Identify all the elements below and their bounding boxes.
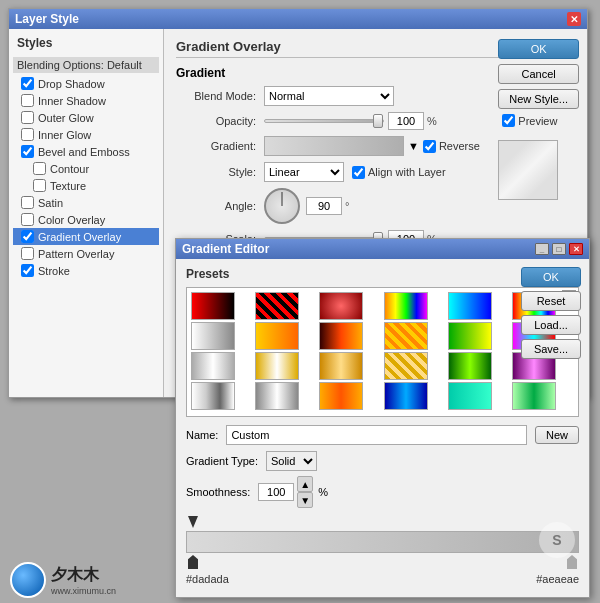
- preset-4[interactable]: [384, 292, 428, 320]
- contour-label: Contour: [50, 163, 89, 175]
- satin-checkbox[interactable]: [21, 196, 34, 209]
- color-stop-right[interactable]: [567, 555, 577, 569]
- gradient-editor-title: Gradient Editor: [182, 242, 269, 256]
- preset-19[interactable]: [191, 382, 235, 410]
- ge-save-btn[interactable]: Save...: [521, 339, 581, 359]
- color-hex-right: #aeaeae: [536, 573, 579, 585]
- preset-1[interactable]: [191, 292, 235, 320]
- color-overlay-checkbox[interactable]: [21, 213, 34, 226]
- angle-value-input[interactable]: [306, 197, 342, 215]
- preset-10[interactable]: [384, 322, 428, 350]
- style-select[interactable]: Linear Radial Angle: [264, 162, 344, 182]
- ge-ok-btn[interactable]: OK: [521, 267, 581, 287]
- logo-text-block: 夕木木 www.ximumu.cn: [51, 565, 116, 596]
- presets-grid: [191, 292, 574, 410]
- preset-16[interactable]: [384, 352, 428, 380]
- preset-23[interactable]: [448, 382, 492, 410]
- preview-label-container[interactable]: Preview: [502, 114, 579, 127]
- preset-7[interactable]: [191, 322, 235, 350]
- inner-shadow-checkbox[interactable]: [21, 94, 34, 107]
- sidebar-item-contour[interactable]: Contour: [13, 160, 159, 177]
- maximize-btn[interactable]: □: [552, 243, 566, 255]
- ok-button[interactable]: OK: [498, 39, 579, 59]
- new-gradient-btn[interactable]: New: [535, 426, 579, 444]
- preset-14[interactable]: [255, 352, 299, 380]
- minimize-btn[interactable]: _: [535, 243, 549, 255]
- contour-checkbox[interactable]: [33, 162, 46, 175]
- gradient-editor-titlebar: Gradient Editor _ □ ✕: [176, 239, 589, 259]
- sidebar-item-color-overlay[interactable]: Color Overlay: [13, 211, 159, 228]
- gradient-arrow[interactable]: ▼: [408, 140, 419, 152]
- watermark-url: www.ximumu.cn: [51, 586, 116, 596]
- drop-shadow-checkbox[interactable]: [21, 77, 34, 90]
- color-stop-top-left[interactable]: [188, 516, 198, 528]
- texture-label: Texture: [50, 180, 86, 192]
- sidebar-title: Styles: [13, 33, 159, 53]
- sidebar-item-satin[interactable]: Satin: [13, 194, 159, 211]
- style-label: Style:: [176, 166, 256, 178]
- gradient-overlay-checkbox[interactable]: [21, 230, 34, 243]
- preview-box: [498, 140, 558, 200]
- preset-15[interactable]: [319, 352, 363, 380]
- preset-9[interactable]: [319, 322, 363, 350]
- ge-load-btn[interactable]: Load...: [521, 315, 581, 335]
- action-buttons-panel: OK Cancel New Style... Preview: [498, 39, 579, 200]
- texture-checkbox[interactable]: [33, 179, 46, 192]
- opacity-value-input[interactable]: [388, 112, 424, 130]
- preset-22[interactable]: [384, 382, 428, 410]
- sidebar-item-pattern-overlay[interactable]: Pattern Overlay: [13, 245, 159, 262]
- sidebar-item-inner-shadow[interactable]: Inner Shadow: [13, 92, 159, 109]
- inner-shadow-label: Inner Shadow: [38, 95, 106, 107]
- layer-style-close-btn[interactable]: ✕: [567, 12, 581, 26]
- new-style-button[interactable]: New Style...: [498, 89, 579, 109]
- close-btn[interactable]: ✕: [569, 243, 583, 255]
- gradient-bar-container: [186, 516, 579, 569]
- sidebar-item-bevel-emboss[interactable]: Bevel and Emboss: [13, 143, 159, 160]
- reverse-label[interactable]: Reverse: [423, 140, 480, 153]
- preset-13[interactable]: [191, 352, 235, 380]
- opacity-slider-thumb[interactable]: [373, 114, 383, 128]
- outer-glow-checkbox[interactable]: [21, 111, 34, 124]
- stroke-checkbox[interactable]: [21, 264, 34, 277]
- preset-11[interactable]: [448, 322, 492, 350]
- opacity-slider-track[interactable]: [264, 119, 384, 123]
- inner-glow-checkbox[interactable]: [21, 128, 34, 141]
- sidebar-item-gradient-overlay[interactable]: Gradient Overlay: [13, 228, 159, 245]
- color-stop-left[interactable]: [188, 555, 198, 569]
- blend-mode-select[interactable]: Normal Multiply Screen: [264, 86, 394, 106]
- color-overlay-label: Color Overlay: [38, 214, 105, 226]
- preview-checkbox[interactable]: [502, 114, 515, 127]
- name-row: Name: New: [186, 425, 579, 445]
- sidebar-item-texture[interactable]: Texture: [13, 177, 159, 194]
- bevel-emboss-checkbox[interactable]: [21, 145, 34, 158]
- gradient-type-select[interactable]: Solid Noise: [266, 451, 317, 471]
- cancel-button[interactable]: Cancel: [498, 64, 579, 84]
- gradient-bar[interactable]: [186, 531, 579, 553]
- sidebar-item-stroke[interactable]: Stroke: [13, 262, 159, 279]
- smoothness-up-btn[interactable]: ▲: [297, 476, 313, 492]
- gradient-label: Gradient:: [176, 140, 256, 152]
- preset-20[interactable]: [255, 382, 299, 410]
- preset-3[interactable]: [319, 292, 363, 320]
- align-layer-label[interactable]: Align with Layer: [352, 166, 446, 179]
- angle-dial[interactable]: [264, 188, 300, 224]
- preset-21[interactable]: [319, 382, 363, 410]
- sidebar-item-drop-shadow[interactable]: Drop Shadow: [13, 75, 159, 92]
- preset-2[interactable]: [255, 292, 299, 320]
- reverse-checkbox[interactable]: [423, 140, 436, 153]
- preset-17[interactable]: [448, 352, 492, 380]
- pattern-overlay-checkbox[interactable]: [21, 247, 34, 260]
- gradient-preview[interactable]: [264, 136, 404, 156]
- blending-options-header[interactable]: Blending Options: Default: [13, 57, 159, 73]
- name-input[interactable]: [226, 425, 527, 445]
- sidebar-item-outer-glow[interactable]: Outer Glow: [13, 109, 159, 126]
- preset-24[interactable]: [512, 382, 556, 410]
- smoothness-input[interactable]: [258, 483, 294, 501]
- preset-5[interactable]: [448, 292, 492, 320]
- sidebar-item-inner-glow[interactable]: Inner Glow: [13, 126, 159, 143]
- smoothness-down-btn[interactable]: ▼: [297, 492, 313, 508]
- ge-reset-btn[interactable]: Reset: [521, 291, 581, 311]
- ge-buttons-panel: OK Reset Load... Save...: [521, 267, 581, 359]
- align-layer-checkbox[interactable]: [352, 166, 365, 179]
- preset-8[interactable]: [255, 322, 299, 350]
